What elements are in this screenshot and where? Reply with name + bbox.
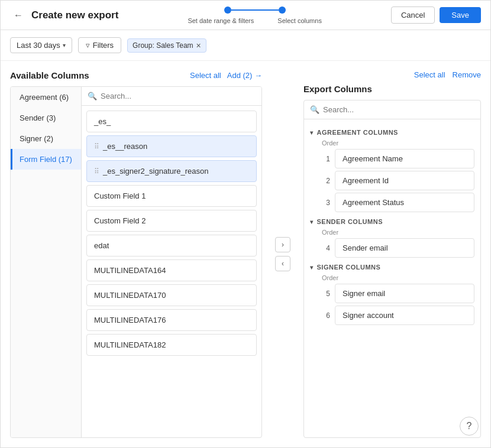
export-field-signer-email: Signer email xyxy=(335,284,474,303)
save-button[interactable]: Save xyxy=(440,7,481,23)
fields-search-input[interactable] xyxy=(101,92,256,100)
date-range-select[interactable]: Last 30 days ▾ xyxy=(10,37,72,53)
export-field-agreement-id: Agreement Id xyxy=(335,171,474,190)
export-columns-title: Export Columns xyxy=(303,84,372,94)
sidebar-item-formfield[interactable]: Form Field (17) xyxy=(11,149,81,170)
field-item-custom2[interactable]: Custom Field 2 xyxy=(86,210,257,232)
export-row-sender-email: 4 Sender email xyxy=(310,238,474,258)
sidebar-item-sender[interactable]: Sender (3) xyxy=(11,108,81,128)
export-field-agreement-name: Agreement Name xyxy=(335,149,474,168)
filter-bar: Last 30 days ▾ ▿ Filters Group: Sales Te… xyxy=(1,30,490,61)
export-field-sender-email: Sender email xyxy=(335,238,474,258)
page-title: Create new export xyxy=(31,9,118,21)
export-field-signer-account: Signer account xyxy=(335,306,474,325)
field-item-es-signer2[interactable]: ⠿ _es_signer2_signature_reason xyxy=(86,160,257,182)
signer-chevron-icon: ▾ xyxy=(310,264,314,271)
step-2-label: Select columns xyxy=(277,17,322,24)
step-2-dot xyxy=(279,7,286,14)
fields-container: 🔍 _es_ ⠿ _es__reason xyxy=(82,87,261,437)
sidebar-item-signer[interactable]: Signer (2) xyxy=(11,128,81,149)
date-range-label: Last 30 days xyxy=(17,41,60,50)
export-row-agreement-id: 2 Agreement Id xyxy=(310,171,474,190)
sidebar-item-agreement[interactable]: Agreement (6) xyxy=(11,87,81,108)
drag-handle-icon: ⠿ xyxy=(94,142,99,151)
help-icon: ? xyxy=(467,421,472,431)
transfer-arrows: › ‹ xyxy=(272,70,294,438)
export-field-agreement-status: Agreement Status xyxy=(335,193,474,212)
step-1-label: Set date range & filters xyxy=(188,17,254,24)
main-content: Available Columns Select all Add (2) → A… xyxy=(1,61,490,447)
export-columns-container: 🔍 ▾ AGREEMENT COLUMNS Order 1 Agreement … xyxy=(303,100,481,438)
field-item-multiline176[interactable]: MULTILINEDATA176 xyxy=(86,309,257,331)
fields-list: _es_ ⠿ _es__reason ⠿ _es_signer2_signatu… xyxy=(82,106,261,437)
field-item-multiline182[interactable]: MULTILINEDATA182 xyxy=(86,334,257,356)
field-item-multiline164[interactable]: MULTILINEDATA164 xyxy=(86,259,257,281)
export-row-agreement-status: 3 Agreement Status xyxy=(310,193,474,212)
export-remove-link[interactable]: Remove xyxy=(453,70,481,79)
header-actions: Cancel Save xyxy=(391,7,481,24)
left-columns-container: Agreement (6) Sender (3) Signer (2) Form… xyxy=(10,86,262,438)
left-panel: Available Columns Select all Add (2) → A… xyxy=(10,70,262,438)
export-row-agreement-name: 1 Agreement Name xyxy=(310,149,474,168)
step-line xyxy=(231,9,279,11)
export-select-all-link[interactable]: Select all xyxy=(414,70,445,79)
agreement-order-label: Order xyxy=(310,139,474,147)
export-list: ▾ AGREEMENT COLUMNS Order 1 Agreement Na… xyxy=(304,119,480,437)
filter-tag-close-icon[interactable]: × xyxy=(196,41,201,50)
available-columns-title: Available Columns xyxy=(10,70,89,80)
filters-button[interactable]: ▿ Filters xyxy=(78,37,121,53)
filter-tag-sales-team: Group: Sales Team × xyxy=(127,38,206,53)
field-item-multiline170[interactable]: MULTILINEDATA170 xyxy=(86,284,257,306)
sender-chevron-icon: ▾ xyxy=(310,219,314,225)
drag-handle-icon: ⠿ xyxy=(94,167,99,176)
right-panel-header: Select all Remove xyxy=(303,70,481,79)
export-search-icon: 🔍 xyxy=(310,105,319,114)
export-row-signer-email: 5 Signer email xyxy=(310,284,474,303)
sender-order-label: Order xyxy=(310,229,474,236)
category-sidebar: Agreement (6) Sender (3) Signer (2) Form… xyxy=(11,87,82,437)
search-icon: 🔍 xyxy=(88,92,97,100)
filter-icon: ▿ xyxy=(86,41,90,50)
back-button[interactable]: ← xyxy=(10,7,27,24)
remove-from-export-button[interactable]: ‹ xyxy=(275,256,290,271)
field-item-es-reason[interactable]: ⠿ _es__reason xyxy=(86,135,257,157)
agreement-columns-header: ▾ AGREEMENT COLUMNS xyxy=(310,125,474,138)
select-all-link[interactable]: Select all xyxy=(190,71,221,80)
step-1-dot xyxy=(224,7,231,14)
steps-indicator: Set date range & filters Select columns xyxy=(118,7,391,24)
signer-columns-header: ▾ SIGNER COLUMNS xyxy=(310,260,474,273)
export-search-box: 🔍 xyxy=(304,100,480,119)
field-item-es[interactable]: _es_ xyxy=(86,111,257,132)
signer-order-label: Order xyxy=(310,274,474,281)
sender-columns-header: ▾ SENDER COLUMNS xyxy=(310,215,474,228)
field-item-custom1[interactable]: Custom Field 1 xyxy=(86,185,257,207)
cancel-button[interactable]: Cancel xyxy=(391,7,435,24)
left-panel-header: Available Columns Select all Add (2) → xyxy=(10,70,262,80)
fields-search-box: 🔍 xyxy=(82,87,261,106)
right-panel-title-row: Export Columns xyxy=(303,84,481,94)
help-button[interactable]: ? xyxy=(460,417,479,436)
field-item-edat[interactable]: edat xyxy=(86,235,257,257)
filter-tag-label: Group: Sales Team xyxy=(133,41,193,50)
add-to-export-button[interactable]: › xyxy=(275,237,290,252)
left-panel-actions: Select all Add (2) → xyxy=(190,71,262,80)
filter-btn-label: Filters xyxy=(93,41,114,50)
agreement-chevron-icon: ▾ xyxy=(310,129,314,136)
chevron-down-icon: ▾ xyxy=(63,42,66,48)
add-button[interactable]: Add (2) → xyxy=(227,71,262,80)
right-panel: Select all Remove Export Columns 🔍 ▾ xyxy=(303,70,481,438)
export-row-signer-account: 6 Signer account xyxy=(310,306,474,325)
export-search-input[interactable] xyxy=(323,105,474,114)
header: ← Create new export Set date range & fil… xyxy=(1,1,490,30)
